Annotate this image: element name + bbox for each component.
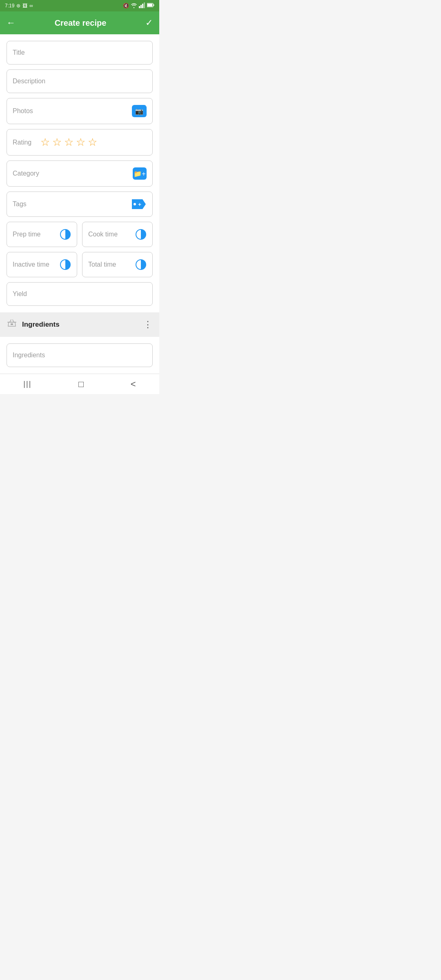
basket-icon <box>7 318 17 331</box>
nav-back-button[interactable]: ||| <box>23 380 31 388</box>
inactive-time-label: Inactive time <box>13 261 49 268</box>
description-label: Description <box>13 78 45 85</box>
svg-rect-6 <box>147 4 152 7</box>
three-dots-icon: ⋮ <box>143 319 153 330</box>
total-time-field[interactable]: Total time <box>82 252 153 277</box>
ingredients-menu-button[interactable]: ⋮ <box>143 319 153 330</box>
add-photo-button[interactable]: 📷 + <box>132 105 147 117</box>
svg-rect-0 <box>139 6 140 8</box>
status-left: 7:19 ⊛ 🖼 ∞ <box>5 3 33 9</box>
camera-plus-icon: + <box>146 103 148 108</box>
star-rating[interactable]: ☆ ☆ ☆ ☆ ☆ <box>40 136 97 149</box>
time-row-2: Inactive time Total time <box>7 252 153 277</box>
title-field[interactable]: Title <box>7 41 153 65</box>
svg-rect-5 <box>154 4 154 6</box>
cook-time-icon <box>135 229 147 240</box>
signal-icon <box>139 2 145 9</box>
star-3[interactable]: ☆ <box>64 136 74 149</box>
add-category-button[interactable]: 📁+ <box>133 167 147 180</box>
title-label: Title <box>13 49 25 56</box>
save-button[interactable]: ✓ <box>145 18 153 28</box>
time-row-1: Prep time Cook time <box>7 222 153 247</box>
battery-icon <box>147 3 154 9</box>
ingredients-title: Ingredients <box>22 321 60 329</box>
top-bar: ← Create recipe ✓ <box>0 11 159 34</box>
rating-label: Rating <box>13 139 31 146</box>
svg-point-7 <box>134 203 136 205</box>
svg-text:+: + <box>138 201 141 207</box>
nav-home-button[interactable]: □ <box>78 379 84 390</box>
tags-field[interactable]: Tags + <box>7 192 153 217</box>
prep-time-field[interactable]: Prep time <box>7 222 77 247</box>
cook-time-label: Cook time <box>88 231 118 238</box>
nav-recent-button[interactable]: < <box>131 379 136 390</box>
prep-time-label: Prep time <box>13 231 40 238</box>
basket-svg <box>7 318 17 329</box>
prep-time-icon <box>60 229 71 240</box>
inactive-time-icon <box>60 259 71 270</box>
total-time-label: Total time <box>88 261 116 268</box>
star-2[interactable]: ☆ <box>52 136 62 149</box>
star-1[interactable]: ☆ <box>40 136 50 149</box>
star-4[interactable]: ☆ <box>76 136 85 149</box>
add-tag-button[interactable]: + <box>131 198 147 210</box>
photo-icon: 🖼 <box>22 3 27 9</box>
inactive-time-field[interactable]: Inactive time <box>7 252 77 277</box>
wifi-icon <box>131 2 137 9</box>
form-content: Title Description Photos 📷 + Rating ☆ ☆ … <box>0 34 159 312</box>
page-title: Create recipe <box>55 18 107 28</box>
nav-bar: ||| □ < <box>0 374 159 394</box>
folder-plus-icon: 📁+ <box>134 170 145 178</box>
category-label: Category <box>13 170 39 177</box>
cook-time-field[interactable]: Cook time <box>82 222 153 247</box>
rating-field[interactable]: Rating ☆ ☆ ☆ ☆ ☆ <box>7 129 153 156</box>
camera-icon: 📷 <box>135 107 143 115</box>
svg-rect-13 <box>11 323 13 325</box>
back-button[interactable]: ← <box>7 18 16 28</box>
ingredients-input-label: Ingredients <box>13 352 45 359</box>
photos-field[interactable]: Photos 📷 + <box>7 98 153 124</box>
yield-label: Yield <box>13 290 27 298</box>
mute-icon: 🔇 <box>123 3 129 9</box>
rating-container: Rating ☆ ☆ ☆ ☆ ☆ <box>13 136 97 149</box>
tags-label: Tags <box>13 200 27 208</box>
voicemail-icon: ∞ <box>29 3 33 9</box>
ingredients-input-field[interactable]: Ingredients <box>7 343 153 367</box>
status-bar: 7:19 ⊛ 🖼 ∞ 🔇 <box>0 0 159 11</box>
star-5[interactable]: ☆ <box>88 136 97 149</box>
svg-rect-3 <box>144 2 145 8</box>
tag-icon: + <box>131 198 147 210</box>
status-right: 🔇 <box>123 2 154 9</box>
svg-rect-2 <box>142 4 143 8</box>
photos-label: Photos <box>13 107 33 115</box>
total-time-icon <box>135 259 147 270</box>
category-field[interactable]: Category 📁+ <box>7 160 153 187</box>
ingredients-section-header: Ingredients ⋮ <box>0 312 159 337</box>
section-header-left: Ingredients <box>7 318 60 331</box>
description-field[interactable]: Description <box>7 69 153 93</box>
status-time: 7:19 <box>5 3 14 9</box>
ingredients-input-area: Ingredients <box>0 337 159 374</box>
yield-field[interactable]: Yield <box>7 282 153 306</box>
svg-rect-1 <box>140 5 142 8</box>
nfc-icon: ⊛ <box>16 3 20 9</box>
